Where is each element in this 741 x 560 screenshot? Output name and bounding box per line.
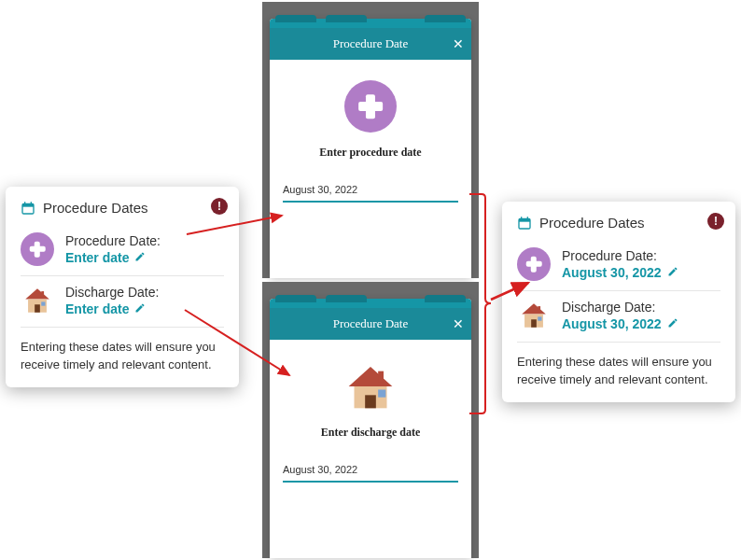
svg-rect-11 xyxy=(365,395,376,408)
svg-rect-15 xyxy=(519,218,530,221)
svg-marker-18 xyxy=(522,303,546,314)
discharge-date-value[interactable]: Enter date xyxy=(65,301,146,316)
plus-circle-icon xyxy=(517,247,551,281)
house-icon xyxy=(21,284,54,317)
procedure-date-input[interactable] xyxy=(283,180,458,203)
svg-rect-21 xyxy=(538,316,541,320)
close-icon[interactable]: ✕ xyxy=(453,36,464,52)
procedure-dates-card-after: Procedure Dates ! Procedure Date: August… xyxy=(502,202,735,402)
svg-rect-7 xyxy=(41,301,45,305)
procedure-date-label: Procedure Date: xyxy=(65,233,224,248)
modal-title: Procedure Date xyxy=(333,36,409,51)
calendar-icon xyxy=(517,216,532,231)
svg-rect-13 xyxy=(378,371,384,383)
modal-header: Procedure Date ✕ xyxy=(270,28,471,60)
svg-rect-20 xyxy=(531,319,537,328)
svg-rect-22 xyxy=(538,306,540,312)
discharge-date-input[interactable] xyxy=(283,460,458,483)
procedure-date-label: Procedure Date: xyxy=(562,248,720,263)
modal-title: Procedure Date xyxy=(333,316,409,331)
pencil-icon xyxy=(134,301,146,316)
procedure-date-row[interactable]: Procedure Date: August 30, 2022 xyxy=(517,240,720,291)
alert-icon: ! xyxy=(707,213,724,230)
svg-marker-9 xyxy=(349,367,393,386)
modal-prompt: Enter procedure date xyxy=(319,146,421,160)
discharge-date-row[interactable]: Discharge Date: August 30, 2022 xyxy=(517,291,720,343)
discharge-date-modal-frame: Procedure Date ✕ Enter discharge date xyxy=(262,282,479,558)
alert-icon: ! xyxy=(211,198,228,215)
pencil-icon xyxy=(667,265,678,280)
house-icon xyxy=(517,299,551,332)
pencil-icon xyxy=(134,250,146,265)
svg-rect-1 xyxy=(22,203,34,206)
modal-header: Procedure Date ✕ xyxy=(270,308,471,340)
helper-text: Entering these dates will ensure you rec… xyxy=(21,339,224,374)
modal-prompt: Enter discharge date xyxy=(321,426,420,440)
discharge-date-modal: Procedure Date ✕ Enter discharge date xyxy=(270,299,471,558)
house-icon xyxy=(344,360,397,413)
procedure-dates-card-before: Procedure Dates ! Procedure Date: Enter … xyxy=(6,187,239,387)
procedure-date-modal-frame: Procedure Date ✕ Enter procedure date xyxy=(262,2,479,278)
plus-circle-icon xyxy=(21,232,54,266)
discharge-date-row[interactable]: Discharge Date: Enter date xyxy=(21,276,224,328)
procedure-date-modal: Procedure Date ✕ Enter procedure date xyxy=(270,19,471,278)
helper-text: Entering these dates will ensure you rec… xyxy=(517,354,720,389)
discharge-date-label: Discharge Date: xyxy=(65,285,224,300)
card-title: Procedure Dates xyxy=(539,215,645,231)
svg-rect-12 xyxy=(378,390,385,398)
discharge-date-value[interactable]: August 30, 2022 xyxy=(562,316,678,331)
procedure-date-value[interactable]: Enter date xyxy=(65,250,146,265)
card-header: Procedure Dates ! xyxy=(517,215,720,231)
plus-circle-icon xyxy=(344,80,397,133)
modal-tabs xyxy=(270,299,471,308)
procedure-date-row[interactable]: Procedure Date: Enter date xyxy=(21,225,224,276)
modal-tabs xyxy=(270,19,471,28)
card-header: Procedure Dates ! xyxy=(21,200,224,216)
close-icon[interactable]: ✕ xyxy=(453,316,464,332)
svg-rect-8 xyxy=(41,291,44,297)
discharge-date-label: Discharge Date: xyxy=(562,300,720,315)
procedure-date-value[interactable]: August 30, 2022 xyxy=(562,265,678,280)
card-title: Procedure Dates xyxy=(43,200,148,216)
svg-marker-4 xyxy=(25,288,49,299)
calendar-icon xyxy=(21,201,35,216)
svg-rect-6 xyxy=(35,304,40,313)
pencil-icon xyxy=(667,316,678,331)
